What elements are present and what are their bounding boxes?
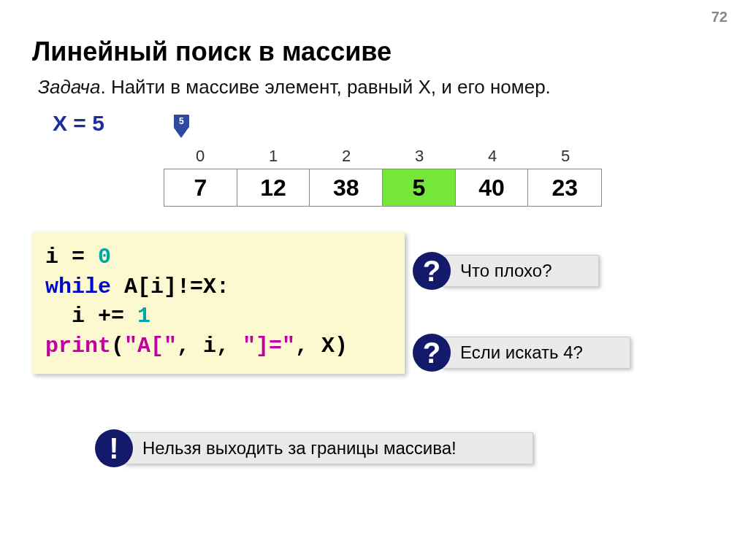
x-equals: X = 5 [53,111,104,136]
code-block: i = 0 while A[i]!=X: i += 1 print("A[", … [32,232,405,374]
question-icon: ? [413,252,451,290]
array-index: 0 [164,147,237,169]
array-cell: 23 [528,169,601,206]
pointer-value: 5 [173,114,190,129]
code-text: i += [45,304,137,329]
code-string: "]=" [243,334,295,358]
callout-text: Нельзя выходить за границы массива! [124,432,533,464]
question-icon: ? [413,334,451,372]
callout-what-bad: ? Что плохо? [413,252,599,290]
callout-bounds-warning: ! Нельзя выходить за границы массива! [95,429,533,467]
array-index: 3 [383,147,456,169]
code-text: i = [45,245,98,269]
array-cell: 40 [456,169,529,206]
pointer-marker: 5 [173,114,190,138]
exclamation-icon: ! [95,429,133,467]
code-func: print [45,334,111,358]
task-body: . Найти в массиве элемент, равный X, и е… [100,76,550,98]
task-label: Задача [38,76,100,98]
callout-search-4: ? Если искать 4? [413,334,630,372]
code-text: , X) [295,334,348,358]
array-index: 2 [310,147,383,169]
slide-title: Линейный поиск в массиве [32,37,392,67]
array-cell: 7 [164,169,237,206]
array-cell: 12 [237,169,310,206]
array-indices-row: 0 1 2 3 4 5 [164,147,602,169]
code-text: , i, [177,334,243,358]
array-cell-highlight: 5 [383,169,456,206]
array-values-row: 7 12 38 5 40 23 [164,169,602,207]
array-index: 4 [456,147,529,169]
page-number: 72 [711,9,728,26]
array-table: 0 1 2 3 4 5 7 12 38 5 40 23 [164,147,602,207]
code-keyword: while [45,275,111,299]
chevron-down-icon [174,128,188,138]
code-number: 1 [137,304,150,329]
callout-text: Что плохо? [442,255,599,287]
array-index: 5 [529,147,602,169]
code-text: ( [111,334,124,358]
task-text: Задача. Найти в массиве элемент, равный … [38,76,551,99]
code-number: 0 [98,245,111,269]
array-cell: 38 [310,169,383,206]
array-index: 1 [237,147,310,169]
callout-text: Если искать 4? [442,337,630,369]
code-string: "A[" [124,334,177,358]
code-text: A[i]!=X: [111,275,229,299]
